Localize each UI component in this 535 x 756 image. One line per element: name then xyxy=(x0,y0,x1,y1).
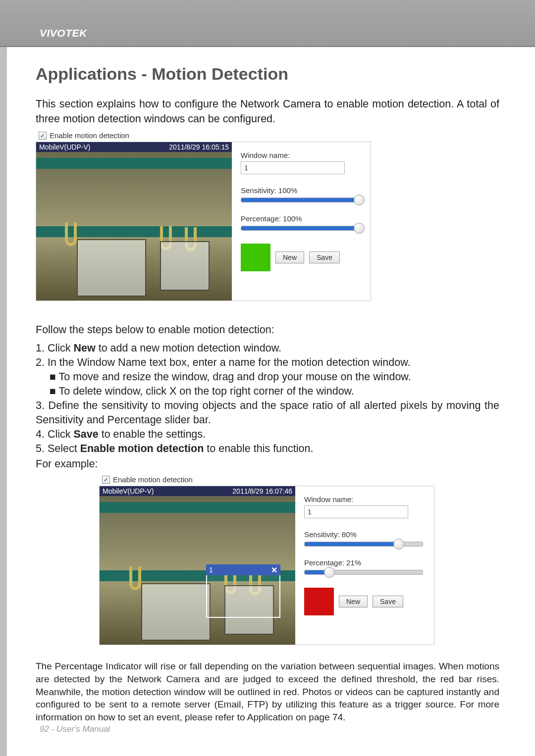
motion-detection-window[interactable]: 1 ✕ xyxy=(206,574,280,618)
enable-motion-label: Enable motion detection xyxy=(50,131,129,140)
stream-name: MobileV(UDP-V) xyxy=(39,143,90,151)
step-4-a: 4. Click xyxy=(36,428,73,440)
step-5-c: to enable this function. xyxy=(204,443,313,454)
save-button[interactable]: Save xyxy=(309,252,340,263)
step-1-a: 1. Click xyxy=(36,342,73,354)
intro-text: This section explains how to configure t… xyxy=(36,97,499,126)
section-title: Applications - Motion Detection xyxy=(36,64,499,84)
page-header: VIVOTEK xyxy=(0,0,535,47)
step-4-bold: Save xyxy=(73,428,98,440)
enable-motion-checkbox-2[interactable]: ✓ xyxy=(102,476,110,484)
motion-indicator xyxy=(241,244,270,271)
percentage-slider[interactable] xyxy=(241,226,360,231)
step-2a: ■ To move and resize the window, drag an… xyxy=(50,370,499,384)
sensitivity-slider[interactable] xyxy=(241,198,360,202)
step-1-c: to add a new motion detection window. xyxy=(96,342,281,354)
video-preview: MobileV(UDP-V) 2011/8/29 16:05:15 xyxy=(36,142,232,301)
video-frame xyxy=(36,152,232,301)
step-1: 1. Click New to add a new motion detecti… xyxy=(36,341,499,355)
step-5: 5. Select Enable motion detection to ena… xyxy=(36,442,499,456)
video-frame-2: 1 ✕ xyxy=(100,496,295,645)
window-name-label-2: Window name: xyxy=(304,495,425,504)
window-name-input-2[interactable] xyxy=(304,505,408,518)
sensitivity-label: Sensitivity: 100% xyxy=(241,186,362,195)
video-timestamp: 2011/8/29 16:05:15 xyxy=(169,143,229,151)
step-4-c: to enable the settings. xyxy=(99,428,206,440)
step-4: 4. Click Save to enable the settings. xyxy=(36,427,499,442)
step-2: 2. In the Window Name text box, enter a … xyxy=(36,355,499,370)
new-button[interactable]: New xyxy=(275,252,304,263)
step-1-bold: New xyxy=(73,342,95,354)
window-name-input[interactable] xyxy=(241,161,345,174)
close-icon[interactable]: ✕ xyxy=(271,565,277,575)
steps-intro: Follow the steps below to enable motion … xyxy=(36,324,499,336)
save-button-2[interactable]: Save xyxy=(373,596,403,607)
step-5-bold: Enable motion detection xyxy=(80,443,204,454)
brand: VIVOTEK xyxy=(40,27,535,39)
video-timestamp-2: 2011/8/29 16:07:46 xyxy=(232,487,292,495)
gutter-edge xyxy=(0,47,7,756)
step-2b: ■ To delete window, click X on the top r… xyxy=(50,384,499,399)
enable-motion-checkbox[interactable]: ✓ xyxy=(39,132,47,140)
stream-name-2: MobileV(UDP-V) xyxy=(103,487,154,495)
screenshot-2: ✓ Enable motion detection MobileV(UDP-V)… xyxy=(99,475,434,645)
settings-panel: Window name: Sensitivity: 100% Percentag… xyxy=(232,142,371,301)
motion-indicator-2 xyxy=(304,588,334,615)
percentage-label-2: Percentage: 21% xyxy=(304,558,425,567)
video-preview-2: MobileV(UDP-V) 2011/8/29 16:07:46 1 xyxy=(100,486,295,645)
example-label: For example: xyxy=(36,458,499,470)
settings-panel-2: Window name: Sensitivity: 80% Percentage… xyxy=(295,486,434,645)
percentage-label: Percentage: 100% xyxy=(241,214,362,223)
page-footer: 92 - User's Manual xyxy=(0,724,535,734)
step-3: 3. Define the sensitivity to moving obje… xyxy=(36,399,499,427)
md-window-label: 1 xyxy=(209,566,213,574)
step-5-a: 5. Select xyxy=(36,443,80,454)
window-name-label: Window name: xyxy=(241,151,362,159)
bottom-paragraph: The Percentage Indicator will rise or fa… xyxy=(36,660,499,723)
screenshot-1: ✓ Enable motion detection MobileV(UDP-V)… xyxy=(36,131,371,301)
enable-motion-label-2: Enable motion detection xyxy=(113,475,193,484)
sensitivity-slider-2[interactable] xyxy=(304,542,423,547)
percentage-slider-2[interactable] xyxy=(304,570,423,575)
steps-block: Follow the steps below to enable motion … xyxy=(36,324,499,470)
new-button-2[interactable]: New xyxy=(339,596,368,607)
sensitivity-label-2: Sensitivity: 80% xyxy=(304,530,425,539)
